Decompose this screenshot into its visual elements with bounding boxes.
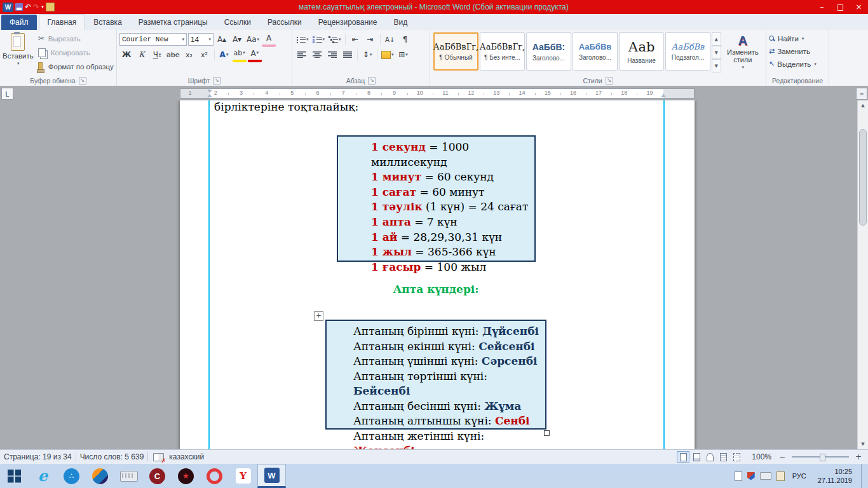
increase-indent-button[interactable]: ⇥ [363, 33, 377, 46]
scroll-up-icon[interactable]: ▲ [858, 100, 868, 111]
undo-icon[interactable]: ↶ [25, 3, 31, 11]
scrollbar-thumb[interactable] [859, 129, 867, 226]
tray-scroll-icon[interactable] [776, 471, 785, 481]
document-page[interactable]: бірліктеріне тоқталайық: 1 секунд = 1000… [180, 100, 695, 449]
scroll-down-icon[interactable]: ▼ [858, 439, 868, 449]
page-indicator[interactable]: Страница: 19 из 34 [0, 452, 76, 461]
numbered-list-button[interactable]: ▾ [311, 33, 327, 46]
paragraph-dialog-launcher-icon[interactable]: ↘ [368, 77, 376, 85]
minimize-button[interactable]: – [813, 0, 831, 14]
clipboard-dialog-launcher-icon[interactable]: ↘ [79, 77, 86, 85]
start-button[interactable] [0, 464, 29, 488]
word-app-icon[interactable]: W [3, 3, 13, 12]
ribbon-tab[interactable]: Вид [385, 15, 416, 30]
week-days-box[interactable]: Аптаның бірінші күні: Дүйсенбі Аптаның е… [325, 320, 546, 430]
font-dialog-launcher-icon[interactable]: ↘ [213, 77, 220, 85]
text-effects-button[interactable]: А▾ [217, 48, 231, 61]
zoom-slider-thumb[interactable] [820, 454, 825, 461]
style-card[interactable]: АаБбВвГг, ¶ Без инте... [480, 32, 525, 71]
zoom-slider[interactable] [792, 456, 849, 458]
style-card[interactable]: АаБбВв Заголово... [573, 32, 618, 71]
align-left-button[interactable] [295, 48, 309, 61]
word-count[interactable]: Число слов: 5 639 [76, 452, 148, 461]
gallery-scroll-down-icon[interactable]: ▼ [712, 46, 721, 59]
ruler-toggle-button[interactable]: ≡ [856, 88, 867, 100]
font-size-combo[interactable]: 14▾ [188, 33, 214, 46]
tray-shield-icon[interactable] [747, 472, 755, 480]
subscript-button[interactable]: х₂ [182, 48, 196, 61]
first-line-indent-marker[interactable] [207, 90, 212, 93]
borders-button[interactable]: ⊞▾ [397, 48, 410, 61]
horizontal-ruler[interactable]: 12345678910111213141516171819 [180, 88, 695, 98]
taskbar-keyboard-button[interactable] [114, 464, 143, 488]
bold-button[interactable]: Ж [119, 48, 133, 61]
vertical-scrollbar[interactable]: ▲ ▼ [857, 100, 868, 449]
change-case-button[interactable]: Аа▾ [245, 33, 261, 46]
close-button[interactable]: × [850, 0, 868, 14]
select-button[interactable]: ↖ Выделить ▾ [769, 58, 826, 70]
zoom-in-button[interactable]: + [854, 452, 863, 461]
styles-dialog-launcher-icon[interactable]: ↘ [606, 77, 613, 85]
ribbon-tab[interactable]: Рассылки [259, 15, 310, 30]
hanging-indent-marker[interactable] [207, 94, 212, 97]
save-icon[interactable] [15, 3, 23, 11]
bullet-list-button[interactable]: ▾ [295, 33, 310, 46]
ribbon-tab[interactable]: Главная [39, 14, 86, 30]
tray-language-indicator[interactable]: РУС [790, 472, 809, 480]
gallery-scroll-up-icon[interactable]: ▲ [712, 32, 721, 46]
align-right-button[interactable] [325, 48, 339, 61]
right-indent-marker[interactable] [661, 94, 666, 97]
underline-button[interactable]: Ч▾ [150, 48, 164, 61]
tab-stop-selector[interactable]: L [1, 88, 13, 100]
strikethrough-button[interactable]: abe [165, 48, 181, 61]
taskbar-word-button[interactable]: W [257, 464, 286, 488]
ribbon-tab[interactable]: Рецензирование [310, 15, 386, 30]
ribbon-tab[interactable]: Файл [1, 15, 37, 30]
decrease-indent-button[interactable]: ⇤ [348, 33, 362, 46]
style-card[interactable]: Аab Название [619, 32, 664, 71]
taskbar-browser-button[interactable] [86, 464, 114, 488]
font-color-button[interactable]: А▾ [248, 47, 262, 62]
style-card[interactable]: АаБбВ: Заголово... [526, 32, 571, 71]
format-painter-button[interactable]: Формат по образцу [36, 60, 116, 73]
taskbar-people-app-button[interactable]: ∴ [57, 464, 86, 488]
tray-clock[interactable]: 10:25 27.11.2019 [814, 467, 856, 485]
taskbar-opera-button[interactable] [200, 464, 229, 488]
justify-button[interactable] [341, 48, 355, 61]
proofing-status-icon[interactable]: ✗ [153, 453, 164, 461]
highlight-button[interactable]: ab▾ [233, 47, 247, 62]
taskbar-c-app-button[interactable]: C [143, 464, 172, 488]
table-move-handle-icon[interactable]: + [314, 311, 323, 321]
taskbar-ie-button[interactable]: e [29, 464, 57, 488]
language-indicator[interactable]: казахский [165, 452, 208, 461]
copy-button[interactable]: Копировать [36, 46, 116, 59]
change-styles-button[interactable]: А Изменить стили ▾ [722, 32, 763, 70]
sort-button[interactable]: А↓ [383, 33, 397, 46]
superscript-button[interactable]: х² [198, 48, 212, 61]
time-units-box[interactable]: 1 секунд = 1000 миллисекунд 1 минут = 60… [337, 135, 536, 262]
view-outline-button[interactable] [717, 451, 729, 463]
replace-button[interactable]: ⇄ Заменить [769, 45, 826, 57]
taskbar-yandex-button[interactable]: Y [229, 464, 257, 488]
find-button[interactable]: Найти ▾ [769, 32, 826, 44]
ribbon-tab[interactable]: Ссылки [216, 15, 259, 30]
tray-keyboard-icon[interactable] [760, 472, 771, 480]
ribbon-tab[interactable]: Разметка страницы [130, 15, 216, 30]
box-resize-handle[interactable] [544, 430, 550, 436]
view-print-layout-button[interactable] [677, 451, 689, 463]
view-web-layout-button[interactable] [703, 451, 716, 463]
shading-button[interactable]: ▾ [380, 48, 395, 61]
font-name-combo[interactable]: Courier New▾ [119, 33, 187, 46]
qat-customize-icon[interactable]: ▾ [41, 4, 44, 10]
line-spacing-button[interactable]: ↕▾ [360, 48, 374, 61]
italic-button[interactable]: К [135, 48, 149, 61]
zoom-out-button[interactable]: − [778, 452, 787, 461]
shrink-font-button[interactable]: А▾ [230, 33, 244, 46]
maximize-button[interactable]: □ [831, 0, 850, 14]
show-desktop-button[interactable] [861, 464, 865, 488]
paste-button[interactable]: Вставить ▾ [3, 32, 34, 75]
align-center-button[interactable] [310, 48, 324, 61]
style-card[interactable]: АаБбВвГг, ¶ Обычный [433, 32, 478, 71]
taskbar-star-app-button[interactable]: ★ [172, 464, 200, 488]
ribbon-tab[interactable]: Вставка [85, 15, 130, 30]
